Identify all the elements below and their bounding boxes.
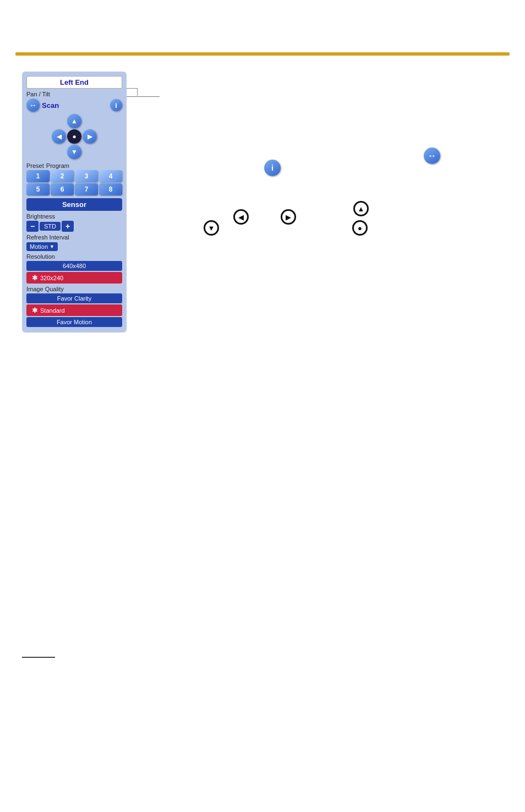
float-up-arrow-icon: ▲ <box>353 201 369 216</box>
float-center-icon[interactable]: ● <box>352 220 368 236</box>
float-right-icon[interactable]: ▶ <box>281 209 296 225</box>
floating-info-icon[interactable]: i <box>264 160 281 176</box>
panel-container: Left End Pan / Tilt ↔ Scan i ▲ ◀ ● ▶ ▼ P… <box>22 72 132 333</box>
image-quality-label: Image Quality <box>26 286 122 292</box>
brightness-label: Brightness <box>26 213 122 220</box>
preset-btn-8[interactable]: 8 <box>99 183 122 195</box>
float-down-icon[interactable]: ▼ <box>204 220 219 236</box>
program-label: Program <box>46 162 69 169</box>
dpad-empty-br <box>83 145 97 159</box>
preset-btn-7[interactable]: 7 <box>75 183 98 195</box>
standard-label: Standard <box>40 307 65 314</box>
preset-btn-5[interactable]: 5 <box>26 183 50 195</box>
top-bar <box>15 52 510 56</box>
brightness-controls: − STD + <box>26 221 122 232</box>
dpad-down-button[interactable]: ▼ <box>67 145 81 159</box>
float-left-arrow-icon: ◀ <box>233 209 249 225</box>
bracket-line-right <box>137 88 138 96</box>
star-icon-iq: ✱ <box>32 306 38 314</box>
preset-btn-6[interactable]: 6 <box>51 183 74 195</box>
preset-btn-3[interactable]: 3 <box>75 170 98 182</box>
scan-row: ↔ Scan i <box>26 99 122 112</box>
preset-program-row: Preset Program <box>26 162 122 169</box>
floating-scan-icon[interactable]: ↔ <box>424 148 440 164</box>
resolution-label: Resolution <box>26 253 122 260</box>
scan-label: Scan <box>42 101 59 110</box>
dpad-up-button[interactable]: ▲ <box>67 114 81 128</box>
float-left-icon[interactable]: ◀ <box>233 209 249 225</box>
resolution-320-label: 320x240 <box>40 275 63 281</box>
dpad-left-button[interactable]: ◀ <box>52 129 66 144</box>
sensor-button[interactable]: Sensor <box>26 198 122 211</box>
scan-arrow-icon[interactable]: ↔ <box>26 99 40 112</box>
dpad-empty-tr <box>83 114 97 128</box>
brightness-plus-button[interactable]: + <box>62 221 74 232</box>
motion-dropdown-label: Motion <box>30 243 48 250</box>
float-right-arrow-icon: ▶ <box>281 209 296 225</box>
control-panel: Left End Pan / Tilt ↔ Scan i ▲ ◀ ● ▶ ▼ P… <box>22 72 127 333</box>
refresh-interval-label: Refresh Interval <box>26 234 122 241</box>
dpad-right-button[interactable]: ▶ <box>83 129 97 144</box>
dropdown-arrow-icon: ▼ <box>50 244 54 249</box>
float-center-dot-icon: ● <box>352 220 368 236</box>
bottom-underline <box>22 657 55 658</box>
preset-btn-1[interactable]: 1 <box>26 170 50 182</box>
preset-grid-row2: 5 6 7 8 <box>26 183 122 195</box>
brightness-std-label: STD <box>40 222 61 231</box>
favor-clarity-button[interactable]: Favor Clarity <box>26 293 122 303</box>
info-icon[interactable]: i <box>110 99 122 111</box>
dpad-center-button[interactable]: ● <box>67 129 81 144</box>
callout-line-1 <box>127 96 160 97</box>
dpad-empty-bl <box>52 145 66 159</box>
standard-button[interactable]: ✱ Standard <box>26 304 122 316</box>
info-circle-icon: i <box>264 160 281 176</box>
left-end-label: Left End <box>26 76 122 89</box>
pan-tilt-label: Pan / Tilt <box>26 91 122 97</box>
float-down-arrow-icon: ▼ <box>204 220 219 236</box>
preset-label: Preset <box>26 162 44 169</box>
scan-arrow-float-icon: ↔ <box>424 148 440 164</box>
preset-btn-2[interactable]: 2 <box>51 170 74 182</box>
preset-btn-4[interactable]: 4 <box>99 170 122 182</box>
motion-dropdown[interactable]: Motion ▼ <box>26 242 58 251</box>
brightness-minus-button[interactable]: − <box>26 221 39 232</box>
star-icon-res: ✱ <box>32 274 38 282</box>
refresh-interval-dropdown-row: Motion ▼ <box>26 242 122 251</box>
preset-grid-row1: 1 2 3 4 <box>26 170 122 182</box>
directional-pad: ▲ ◀ ● ▶ ▼ <box>52 114 97 159</box>
resolution-640-button[interactable]: 640x480 <box>26 261 122 271</box>
favor-motion-button[interactable]: Favor Motion <box>26 317 122 327</box>
resolution-320-button[interactable]: ✱ 320x240 <box>26 272 122 284</box>
dpad-empty-tl <box>52 114 66 128</box>
float-up-icon[interactable]: ▲ <box>353 201 369 216</box>
